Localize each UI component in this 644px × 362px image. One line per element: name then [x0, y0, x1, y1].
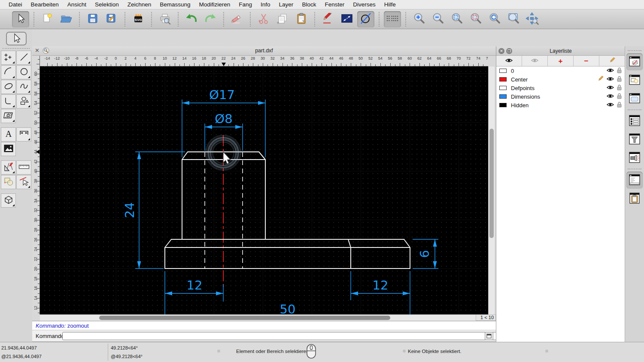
- layer-row-center[interactable]: Center: [496, 75, 625, 84]
- view-list-panel-button[interactable]: [626, 90, 643, 107]
- modify-tool-button[interactable]: [1, 160, 16, 175]
- save-as-button[interactable]: [103, 11, 120, 27]
- edit-layer-button[interactable]: [599, 56, 625, 66]
- show-all-layers-button[interactable]: [496, 56, 522, 66]
- menu-item-bearbeiten[interactable]: Bearbeiten: [27, 1, 63, 8]
- menu-item-zeichnen[interactable]: Zeichnen: [123, 1, 156, 8]
- solid-tool-button[interactable]: [1, 193, 16, 208]
- part-geometry[interactable]: [165, 152, 410, 268]
- hatch-tool-button[interactable]: [1, 109, 16, 123]
- block-list-panel-button[interactable]: [626, 72, 643, 89]
- layer-row-hidden[interactable]: Hidden: [496, 101, 625, 109]
- layer-lock-icon[interactable]: [617, 84, 622, 92]
- layer-lock-icon[interactable]: [617, 93, 622, 100]
- vertical-scrollbar[interactable]: [488, 66, 495, 314]
- add-layer-button[interactable]: +: [548, 56, 574, 66]
- menu-item-selektion[interactable]: Selektion: [91, 1, 123, 8]
- light-panel-button[interactable]: [626, 149, 643, 166]
- layer-list-panel-button[interactable]: [626, 53, 643, 70]
- layer-lock-icon[interactable]: [617, 76, 622, 83]
- pan-button[interactable]: [524, 11, 541, 27]
- dimension-6[interactable]: 6: [413, 239, 438, 268]
- ruler-tick: [312, 63, 312, 66]
- command-line-panel-button[interactable]: [626, 172, 643, 189]
- selection-arrow-button[interactable]: [12, 11, 29, 27]
- menu-item-modifizieren[interactable]: Modifizieren: [195, 1, 235, 8]
- menu-item-ansicht[interactable]: Ansicht: [63, 1, 91, 8]
- horizontal-scroll-thumb[interactable]: [99, 316, 390, 320]
- layer-row-defpoints[interactable]: Defpoints: [496, 84, 625, 92]
- ruler-tick: [38, 254, 39, 255]
- points-tool-button[interactable]: [1, 51, 16, 65]
- dimension-12-left[interactable]: 12: [165, 271, 223, 314]
- construction-circle-button[interactable]: [357, 11, 374, 27]
- ellipse-tool-button[interactable]: [1, 80, 16, 94]
- zoom-previous-button[interactable]: [486, 11, 503, 27]
- open-file-button[interactable]: [58, 11, 75, 27]
- menu-item-diverses[interactable]: Diverses: [349, 1, 380, 8]
- svg-export-button[interactable]: SVG: [130, 11, 147, 27]
- paste-button[interactable]: [293, 11, 310, 27]
- menu-item-bemassung[interactable]: Bemassung: [155, 1, 194, 8]
- undo-button[interactable]: [183, 11, 200, 27]
- layer-visible-icon[interactable]: [607, 85, 614, 91]
- zoom-window-button[interactable]: [505, 11, 522, 27]
- command-detach-button[interactable]: [485, 332, 493, 340]
- selection-filter-panel-button[interactable]: [626, 131, 643, 148]
- menu-item-datei[interactable]: Datei: [4, 1, 27, 8]
- menu-item-hilfe[interactable]: Hilfe: [380, 1, 400, 8]
- layer-lock-icon[interactable]: [617, 67, 622, 75]
- delete-button[interactable]: [228, 11, 246, 27]
- menu-item-fenster[interactable]: Fenster: [320, 1, 349, 8]
- zoom-out-button[interactable]: [429, 11, 447, 27]
- copy-button[interactable]: [274, 11, 291, 27]
- text-tool-button[interactable]: A: [1, 127, 16, 142]
- circle-tool-button[interactable]: [16, 65, 31, 79]
- ruler-tick: [126, 63, 126, 66]
- hide-all-layers-button[interactable]: [522, 56, 548, 66]
- dimension-24[interactable]: 24: [122, 152, 185, 268]
- selection-tools-tool-button[interactable]: [1, 175, 16, 189]
- print-preview-button[interactable]: [156, 11, 173, 27]
- layer-row-0[interactable]: 0: [496, 66, 625, 75]
- attributes-tool-button[interactable]: [16, 175, 31, 189]
- remove-layer-button[interactable]: −: [574, 56, 599, 66]
- layer-lock-icon[interactable]: [617, 102, 622, 109]
- zoom-in-button[interactable]: [410, 11, 428, 27]
- save-button[interactable]: [84, 11, 101, 27]
- menu-item-info[interactable]: Info: [256, 1, 275, 8]
- clipboard-panel-button[interactable]: [626, 190, 643, 207]
- arc-tool-button[interactable]: [1, 65, 16, 79]
- drawing-canvas[interactable]: Ø17 Ø8 24 6 12 12 50: [40, 66, 488, 314]
- dimension-12-right[interactable]: 12: [351, 271, 410, 314]
- dimension-50[interactable]: 50: [280, 302, 296, 314]
- horizontal-scrollbar[interactable]: [40, 314, 476, 321]
- measure-tool-button[interactable]: [16, 160, 31, 175]
- property-editor-panel-button[interactable]: [626, 112, 643, 130]
- select-tool-button[interactable]: [6, 32, 27, 45]
- menu-item-fang[interactable]: Fang: [234, 1, 256, 8]
- image-tool-button[interactable]: [1, 142, 16, 156]
- vertical-scroll-thumb[interactable]: [489, 129, 494, 238]
- command-input[interactable]: [62, 332, 514, 340]
- layer-visible-icon[interactable]: [607, 76, 614, 83]
- menu-item-layer[interactable]: Layer: [275, 1, 298, 8]
- shapes-tool-button[interactable]: [16, 94, 31, 109]
- layer-visible-icon[interactable]: [607, 94, 614, 100]
- line-tool-button[interactable]: [16, 51, 31, 65]
- redo-button[interactable]: [202, 11, 219, 27]
- layer-row-dimensions[interactable]: Dimensions: [496, 92, 625, 101]
- dimension-tool-button[interactable]: [16, 127, 31, 142]
- edit-pencil-button[interactable]: [319, 11, 337, 27]
- dimension-style-button[interactable]: [338, 11, 355, 27]
- polyline-tool-button[interactable]: [1, 94, 16, 109]
- zoom-selection-button[interactable]: [467, 11, 484, 27]
- layer-visible-icon[interactable]: [607, 68, 614, 74]
- new-file-button[interactable]: [39, 11, 56, 27]
- zoom-auto-button[interactable]: [448, 11, 465, 27]
- cut-button[interactable]: [255, 11, 272, 27]
- spline-tool-button[interactable]: [16, 80, 31, 94]
- menu-item-block[interactable]: Block: [298, 1, 320, 8]
- grid-toggle-button[interactable]: [384, 11, 401, 27]
- layer-visible-icon[interactable]: [607, 102, 614, 109]
